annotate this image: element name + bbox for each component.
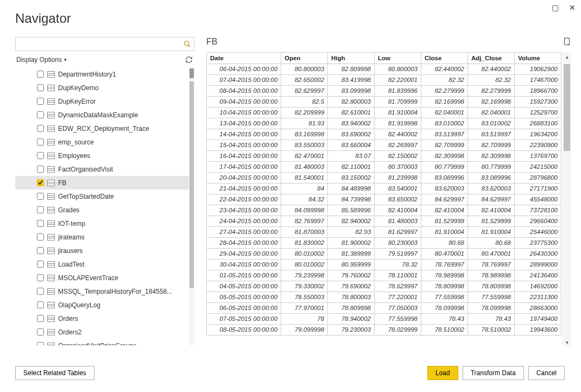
table-tree: DepartmentHistory1DupKeyDemoDupKeyErrorD… <box>15 67 189 345</box>
table-row[interactable]: 27-04-2015 00:00:0081.87000382.9381.6299… <box>207 226 561 237</box>
tree-checkbox[interactable] <box>37 288 44 295</box>
cell: 22311300 <box>514 292 561 302</box>
search-icon[interactable] <box>183 40 192 48</box>
grid-scrollbar[interactable]: ▴ ▾ <box>563 52 571 346</box>
table-row[interactable]: 29-04-2015 00:00:0080.01000281.38999979.… <box>207 248 561 259</box>
column-header-adj_close[interactable]: Adj_Close <box>468 53 515 64</box>
tree-item-dynamicdatamaskexample[interactable]: DynamicDataMaskExample <box>15 108 189 122</box>
table-row[interactable]: 16-04-2015 00:00:0082.47000183.0782.1500… <box>207 150 561 161</box>
tree-checkbox[interactable] <box>37 111 44 118</box>
load-button[interactable]: Load <box>427 366 458 380</box>
tree-item-mssql-temporalhistoryfor-184558-[interactable]: MSSQL_TemporalHistoryFor_184558... <box>15 284 189 298</box>
column-header-close[interactable]: Close <box>421 53 468 64</box>
tree-checkbox[interactable] <box>37 71 44 78</box>
scroll-down-icon[interactable]: ▾ <box>563 338 571 346</box>
tree-checkbox[interactable] <box>37 166 44 173</box>
tree-scrollbar[interactable] <box>189 67 194 345</box>
tree-item-jirateams[interactable]: jirateams <box>15 230 189 244</box>
tree-item-loadtest[interactable]: LoadTest <box>15 257 189 271</box>
tree-item-organisedvisitpricegroups[interactable]: OrganisedVisitPriceGroups <box>15 339 189 345</box>
tree-item-gettopstarteddate[interactable]: GetTopStartedDate <box>15 189 189 203</box>
tree-checkbox[interactable] <box>37 261 44 268</box>
tree-checkbox[interactable] <box>37 179 44 186</box>
table-row[interactable]: 08-04-2015 00:00:0082.62999783.09999881.… <box>207 85 561 96</box>
table-row[interactable]: 01-05-2015 00:00:0079.23999879.76000278.… <box>207 270 561 281</box>
refresh-icon[interactable] <box>185 55 193 64</box>
tree-item-factorganisedvisit[interactable]: FactOrganisedVisit <box>15 162 189 176</box>
tree-checkbox[interactable] <box>37 233 44 241</box>
tree-checkbox[interactable] <box>37 274 44 281</box>
cancel-button[interactable]: Cancel <box>528 366 565 380</box>
cell: 83.07 <box>328 150 375 161</box>
tree-checkbox[interactable] <box>37 84 44 91</box>
tree-item-grades[interactable]: Grades <box>15 203 189 217</box>
tree-checkbox[interactable] <box>37 220 44 227</box>
tree-checkbox[interactable] <box>37 152 44 159</box>
tree-checkbox[interactable] <box>37 138 44 146</box>
cell: 82.32 <box>421 74 468 85</box>
tree-item-dupkeyerror[interactable]: DupKeyError <box>15 94 189 108</box>
tree-checkbox[interactable] <box>37 206 44 213</box>
table-row[interactable]: 09-04-2015 00:00:0082.582.80000381.70999… <box>207 96 561 107</box>
table-row[interactable]: 05-05-2015 00:00:0078.55000378.80000377.… <box>207 292 561 302</box>
tree-item-label: FB <box>58 179 66 187</box>
table-row[interactable]: 13-04-2015 00:00:0081.9383.94000281.9199… <box>207 118 561 129</box>
tree-item-orders2[interactable]: Orders2 <box>15 325 189 339</box>
tree-checkbox[interactable] <box>37 125 44 132</box>
cell: 82.169998 <box>421 96 468 107</box>
table-row[interactable]: 24-04-2015 00:00:0082.76999782.94000281.… <box>207 216 561 226</box>
tree-checkbox[interactable] <box>37 98 44 105</box>
column-header-date[interactable]: Date <box>207 53 281 64</box>
table-row[interactable]: 06-05-2015 00:00:0077.97000178.80999877.… <box>207 302 561 313</box>
tree-item-iot-temp[interactable]: IOT-temp <box>15 217 189 230</box>
window-maximize-icon[interactable]: ▢ <box>546 0 564 15</box>
table-row[interactable]: 07-05-2015 00:00:007878.94000277.5599987… <box>207 313 561 324</box>
tree-item-employees[interactable]: Employees <box>15 149 189 162</box>
transform-data-button[interactable]: Transform Data <box>463 366 524 380</box>
table-row[interactable]: 14-04-2015 00:00:0083.16999883.69000282.… <box>207 129 561 140</box>
cell: 78.550003 <box>281 292 328 302</box>
table-row[interactable]: 22-04-2015 00:00:0084.3284.73999883.6500… <box>207 194 561 205</box>
table-row[interactable]: 21-04-2015 00:00:008484.48999883.5400018… <box>207 183 561 194</box>
tree-checkbox[interactable] <box>37 315 44 322</box>
table-row[interactable]: 30-04-2015 00:00:0080.01000280.95999978.… <box>207 259 561 270</box>
cell: 06-04-2015 00:00:00 <box>207 64 281 74</box>
tree-item-edw-rcx-deployment-trace[interactable]: EDW_RCX_Deployment_Trace <box>15 122 189 135</box>
table-row[interactable]: 10-04-2015 00:00:0082.20999982.61000181.… <box>207 107 561 118</box>
tree-checkbox[interactable] <box>37 301 44 308</box>
tree-item-emp-source[interactable]: emp_source <box>15 135 189 149</box>
search-input[interactable] <box>18 40 183 48</box>
column-header-low[interactable]: Low <box>375 53 421 64</box>
table-row[interactable]: 20-04-2015 00:00:0081.54000183.15000281.… <box>207 172 561 183</box>
select-related-tables-button[interactable]: Select Related Tables <box>15 366 94 380</box>
tree-item-olapquerylog[interactable]: OlapQueryLog <box>15 298 189 312</box>
display-options-dropdown[interactable]: Display Options ▾ <box>16 56 67 64</box>
tree-checkbox[interactable] <box>37 193 44 200</box>
tree-checkbox[interactable] <box>37 342 44 345</box>
table-row[interactable]: 07-04-2015 00:00:0082.65000283.41999882.… <box>207 74 561 85</box>
table-row[interactable]: 04-05-2015 00:00:0079.33000279.69000278.… <box>207 281 561 292</box>
tree-checkbox[interactable] <box>37 328 44 336</box>
search-box[interactable] <box>15 37 194 51</box>
tree-item-departmenthistory1[interactable]: DepartmentHistory1 <box>15 67 189 81</box>
tree-item-jirausers[interactable]: jirausers <box>15 244 189 257</box>
column-header-volume[interactable]: Volume <box>514 53 561 64</box>
tree-checkbox[interactable] <box>37 247 44 254</box>
scroll-up-icon[interactable]: ▴ <box>563 52 571 61</box>
table-row[interactable]: 28-04-2015 00:00:0081.83000281.90000280.… <box>207 237 561 248</box>
tree-item-fb[interactable]: FB <box>15 176 189 189</box>
tree-item-orders[interactable]: Orders <box>15 312 189 325</box>
svg-point-0 <box>185 41 189 46</box>
table-row[interactable]: 06-04-2015 00:00:0080.80000382.80999880.… <box>207 64 561 74</box>
preview-options-icon[interactable] <box>563 37 571 47</box>
table-row[interactable]: 23-04-2015 00:00:0084.09999885.58999682.… <box>207 205 561 216</box>
table-row[interactable]: 15-04-2015 00:00:0083.55000383.66000482.… <box>207 140 561 150</box>
cell: 82.800003 <box>328 96 375 107</box>
window-close-icon[interactable]: ✕ <box>564 0 581 15</box>
column-header-open[interactable]: Open <box>281 53 328 64</box>
table-row[interactable]: 08-05-2015 00:00:0079.09999879.23000378.… <box>207 324 561 335</box>
table-row[interactable]: 17-04-2015 00:00:0081.48000382.11000180.… <box>207 161 561 172</box>
tree-item-msolapeventtrace[interactable]: MSOLAPEventTrace <box>15 271 189 284</box>
column-header-high[interactable]: High <box>328 53 375 64</box>
tree-item-dupkeydemo[interactable]: DupKeyDemo <box>15 81 189 94</box>
